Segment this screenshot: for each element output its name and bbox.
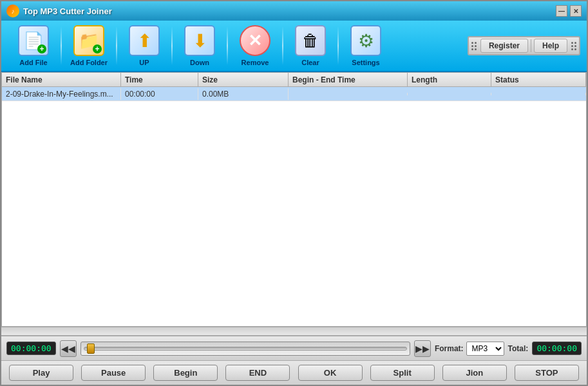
col-header-size: Size (198, 73, 289, 86)
remove-button[interactable]: Remove (229, 23, 281, 69)
file-list-area: File Name Time Size Begin - End Time Len… (1, 72, 587, 327)
app-icon: ♪ (6, 5, 19, 17)
up-label: UP (139, 59, 149, 66)
add-file-button[interactable]: Add File (8, 23, 59, 69)
seek-track (84, 347, 407, 351)
minimize-button[interactable]: — (556, 5, 567, 17)
settings-button[interactable]: Settings (340, 23, 392, 69)
add-folder-button[interactable]: Add Folder (63, 23, 115, 69)
title-buttons: — ✕ (556, 5, 582, 17)
split-button[interactable]: Split (370, 365, 435, 381)
add-file-icon (18, 25, 49, 56)
toolbar: Add File Add Folder UP Down Remove Clear (1, 21, 587, 72)
window-title: Top MP3 Cutter Joiner (23, 6, 112, 16)
settings-label: Settings (352, 59, 379, 66)
ok-button[interactable]: OK (298, 365, 363, 381)
table-body: 2-09-Drake-In-My-Feelings.m... 00:00:00 … (2, 87, 586, 326)
down-label: Down (190, 59, 209, 66)
col-header-begin-end: Begin - End Time (289, 73, 408, 86)
title-bar: ♪ Top MP3 Cutter Joiner — ✕ (1, 1, 587, 21)
col-header-status: Status (491, 73, 586, 86)
scrollbar-track (1, 327, 587, 335)
clear-button[interactable]: Clear (285, 23, 336, 69)
col-header-filename: File Name (2, 73, 121, 86)
begin-button[interactable]: Begin (153, 365, 218, 381)
toolbar-divider-4 (227, 26, 228, 65)
add-folder-label: Add Folder (70, 59, 108, 66)
clear-label: Clear (301, 59, 319, 66)
down-icon (184, 25, 215, 56)
title-bar-left: ♪ Top MP3 Cutter Joiner (6, 5, 112, 17)
play-button[interactable]: Play (9, 365, 73, 381)
up-icon (129, 25, 160, 56)
cell-filename: 2-09-Drake-In-My-Feelings.m... (2, 88, 121, 100)
reg-help-divider (531, 39, 531, 52)
bottom-bar: Play Pause Begin END OK Split Jion STOP (1, 360, 587, 385)
cell-begin-end (289, 93, 408, 95)
add-file-label: Add File (19, 59, 47, 66)
rewind-button[interactable]: ◀◀ (60, 340, 77, 357)
format-section: Format: MP3 WAV OGG AAC (435, 342, 504, 356)
total-time-display: 00:00:00 (532, 342, 582, 355)
cell-size: 0.00MB (198, 88, 289, 100)
transport-bar: 00:00:00 ◀◀ ▶▶ Format: MP3 WAV OGG AAC T… (1, 336, 587, 360)
end-button[interactable]: END (225, 365, 290, 381)
down-button[interactable]: Down (174, 23, 225, 69)
add-folder-icon (73, 25, 104, 56)
help-button[interactable]: Help (534, 39, 567, 53)
register-button[interactable]: Register (480, 39, 528, 53)
current-time-display: 00:00:00 (6, 342, 56, 355)
cell-time: 00:00:00 (121, 88, 198, 100)
up-button[interactable]: UP (119, 23, 170, 69)
join-button[interactable]: Jion (442, 365, 507, 381)
toolbar-divider-1 (61, 26, 62, 65)
stop-button[interactable]: STOP (515, 365, 579, 381)
main-window: ♪ Top MP3 Cutter Joiner — ✕ Add File Add… (0, 0, 588, 386)
settings-icon (350, 25, 381, 56)
col-header-time: Time (121, 73, 198, 86)
grip-dots-left (471, 42, 477, 50)
grip-dots-right (571, 42, 576, 50)
format-select[interactable]: MP3 WAV OGG AAC (466, 342, 504, 356)
col-header-length: Length (408, 73, 491, 86)
toolbar-right: Register Help (468, 36, 580, 55)
format-label: Format: (435, 344, 464, 353)
toolbar-divider-2 (116, 26, 117, 65)
toolbar-divider-3 (171, 26, 173, 65)
horizontal-scrollbar[interactable] (1, 327, 587, 336)
fast-forward-button[interactable]: ▶▶ (414, 340, 431, 357)
cell-status (491, 93, 586, 95)
seek-thumb[interactable] (87, 343, 95, 354)
close-button[interactable]: ✕ (570, 5, 582, 17)
toolbar-divider-5 (282, 26, 283, 65)
toolbar-divider-6 (337, 26, 339, 65)
register-help-bar: Register Help (468, 36, 580, 55)
table-header: File Name Time Size Begin - End Time Len… (2, 73, 586, 87)
table-row[interactable]: 2-09-Drake-In-My-Feelings.m... 00:00:00 … (2, 87, 586, 101)
cell-length (408, 93, 491, 95)
pause-button[interactable]: Pause (81, 365, 146, 381)
remove-icon (240, 25, 270, 56)
clear-icon (295, 25, 326, 56)
seek-bar[interactable] (81, 342, 410, 356)
remove-label: Remove (242, 59, 269, 66)
total-label: Total: (508, 344, 529, 353)
